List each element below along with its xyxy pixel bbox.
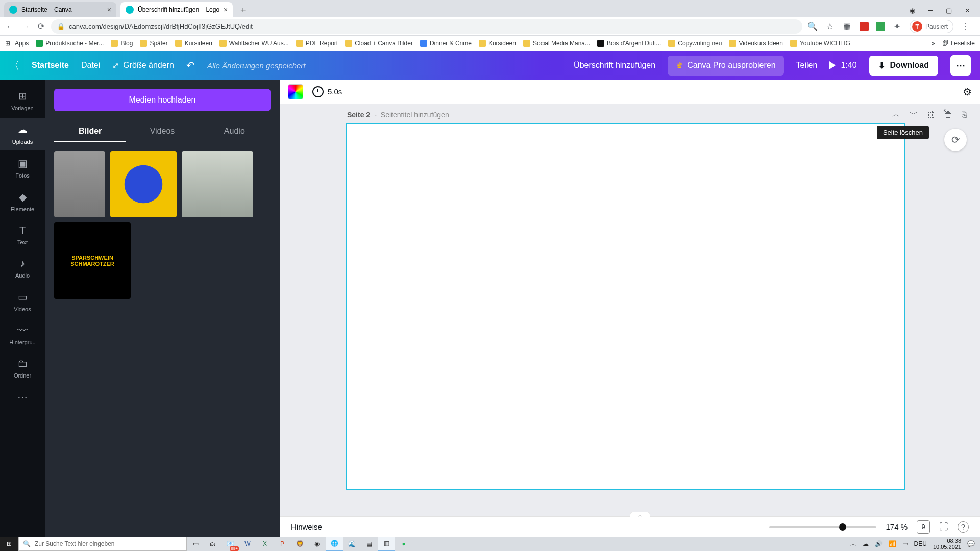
- rail-uploads[interactable]: ☁Uploads: [0, 118, 45, 150]
- browser-tab-2[interactable]: Überschrift hinzufügen – Logo ×: [120, 2, 233, 17]
- app-icon-2[interactable]: ▥: [378, 537, 395, 551]
- task-view-icon[interactable]: ▭: [187, 537, 204, 551]
- tray-clock[interactable]: 08:38 10.05.2021: [933, 538, 961, 550]
- powerpoint-icon[interactable]: P: [274, 537, 291, 551]
- delete-page-icon[interactable]: 🗑 ↖: [944, 110, 952, 119]
- bookmark-item[interactable]: Kursideen: [479, 40, 516, 47]
- tray-volume-icon[interactable]: 🔊: [875, 540, 883, 547]
- rail-text[interactable]: TText: [0, 219, 45, 251]
- tray-battery-icon[interactable]: ▭: [902, 540, 908, 547]
- play-button[interactable]: 1:40: [829, 61, 856, 70]
- reading-list-button[interactable]: 🗐 Leseliste: [942, 40, 975, 47]
- rail-photos[interactable]: ▣Fotos: [0, 152, 45, 184]
- rail-templates[interactable]: ⊞Vorlagen: [0, 85, 45, 116]
- page-title-input[interactable]: Seitentitel hinzufügen: [381, 111, 449, 119]
- forward-icon[interactable]: →: [20, 22, 31, 31]
- spotify-icon[interactable]: ●: [395, 537, 412, 551]
- page-down-icon[interactable]: ﹀: [910, 109, 918, 120]
- notes-button[interactable]: Hinweise: [291, 522, 322, 531]
- qr-icon[interactable]: ▦: [842, 21, 852, 31]
- page-count-button[interactable]: 9: [917, 520, 930, 534]
- account-switch-icon[interactable]: ◉: [909, 7, 916, 14]
- try-pro-button[interactable]: ♛Canva Pro ausprobieren: [668, 56, 783, 76]
- edge-icon[interactable]: 🌊: [343, 537, 360, 551]
- maximize-icon[interactable]: ▢: [945, 7, 952, 14]
- footer-collapse-handle[interactable]: ︿: [630, 512, 650, 518]
- bookmark-item[interactable]: Youtube WICHTIG: [790, 40, 850, 47]
- minimize-icon[interactable]: ━: [927, 7, 934, 14]
- share-button[interactable]: Teilen: [796, 61, 818, 70]
- design-canvas[interactable]: [346, 123, 905, 490]
- home-back-icon[interactable]: 〈: [9, 59, 19, 72]
- help-icon[interactable]: ?: [958, 521, 969, 533]
- page-up-icon[interactable]: ︿: [892, 109, 900, 120]
- bookmark-item[interactable]: Copywriting neu: [668, 40, 722, 47]
- tray-wifi-icon[interactable]: 📶: [889, 540, 896, 547]
- bookmark-item[interactable]: Social Media Mana...: [523, 40, 590, 47]
- panel-tab-videos[interactable]: Videos: [126, 121, 198, 142]
- bookmark-item[interactable]: Cload + Canva Bilder: [345, 40, 413, 47]
- zoom-icon[interactable]: 🔍: [807, 21, 818, 31]
- page-scroll[interactable]: Seite 2 - Seitentitel hinzufügen ︿ ﹀ ⿻ 🗑…: [280, 104, 980, 537]
- extension-icon[interactable]: [876, 22, 885, 31]
- brave-icon[interactable]: 🦁: [291, 537, 308, 551]
- download-button[interactable]: ⬇Download: [869, 56, 938, 76]
- upload-thumbnail[interactable]: SPARSCHWEINSCHMAROTZER: [54, 222, 131, 299]
- window-close-icon[interactable]: ✕: [964, 7, 971, 14]
- undo-icon[interactable]: ↶: [186, 59, 195, 71]
- zoom-value[interactable]: 174 %: [886, 522, 908, 531]
- color-swatch[interactable]: [288, 84, 303, 99]
- upload-thumbnail[interactable]: [54, 151, 105, 217]
- bookmark-item[interactable]: Wahlfächer WU Aus...: [219, 40, 289, 47]
- duration-control[interactable]: 5.0s: [312, 86, 342, 97]
- back-icon[interactable]: ←: [5, 22, 15, 31]
- resize-button[interactable]: ⤢Größe ändern: [112, 61, 174, 70]
- rail-folders[interactable]: 🗀Ordner: [0, 353, 45, 384]
- bookmark-item[interactable]: Später: [140, 40, 167, 47]
- extension-icon[interactable]: [860, 22, 869, 31]
- extensions-icon[interactable]: ✦: [892, 21, 902, 31]
- file-menu[interactable]: Datei: [81, 61, 100, 70]
- upload-thumbnail[interactable]: [110, 151, 177, 217]
- reload-icon[interactable]: ⟳: [36, 21, 46, 31]
- taskbar-search[interactable]: 🔍 Zur Suche Text hier eingeben: [18, 537, 187, 551]
- add-page-icon[interactable]: ⎘: [962, 110, 967, 119]
- explorer-icon[interactable]: 🗂: [204, 537, 222, 551]
- browser-tab-1[interactable]: Startseite – Canva ×: [4, 2, 116, 17]
- mail-icon[interactable]: 📧99+: [222, 537, 239, 551]
- word-icon[interactable]: W: [239, 537, 256, 551]
- fullscreen-icon[interactable]: ⛶: [939, 521, 948, 532]
- bookmark-item[interactable]: Blog: [111, 40, 133, 47]
- app-icon[interactable]: ▤: [360, 537, 378, 551]
- bookmark-item[interactable]: PDF Report: [296, 40, 338, 47]
- zoom-thumb[interactable]: [839, 523, 846, 531]
- design-title[interactable]: Überschrift hinzufügen: [574, 61, 655, 70]
- filter-icon[interactable]: ⚙: [963, 86, 972, 98]
- rail-videos[interactable]: ▭Videos: [0, 286, 45, 317]
- rail-elements[interactable]: ◆Elemente: [0, 186, 45, 217]
- more-menu-button[interactable]: ⋯: [950, 55, 971, 76]
- bookmark-item[interactable]: Dinner & Crime: [420, 40, 472, 47]
- home-link[interactable]: Startseite: [32, 61, 69, 70]
- chrome-icon[interactable]: 🌐: [326, 537, 343, 551]
- zoom-slider[interactable]: [769, 526, 876, 528]
- new-tab-button[interactable]: +: [236, 3, 250, 17]
- duplicate-page-icon[interactable]: ⿻: [927, 110, 935, 119]
- upload-media-button[interactable]: Medien hochladen: [54, 89, 271, 111]
- profile-button[interactable]: T Pausiert: [910, 20, 953, 33]
- tray-chevron-icon[interactable]: ︿: [850, 540, 856, 548]
- rail-audio[interactable]: ♪Audio: [0, 253, 45, 284]
- rail-background[interactable]: 〰Hintergru..: [0, 319, 45, 350]
- star-icon[interactable]: ☆: [825, 21, 835, 31]
- close-icon[interactable]: ×: [107, 6, 111, 14]
- panel-tab-images[interactable]: Bilder: [54, 121, 126, 142]
- tray-onedrive-icon[interactable]: ☁: [863, 540, 869, 547]
- apps-button[interactable]: ⊞Apps: [5, 40, 29, 47]
- excel-icon[interactable]: X: [256, 537, 274, 551]
- rail-more[interactable]: ⋯: [0, 386, 45, 408]
- bookmark-item[interactable]: Videokurs Ideen: [729, 40, 783, 47]
- tray-lang[interactable]: DEU: [914, 540, 927, 547]
- panel-tab-audio[interactable]: Audio: [199, 121, 271, 142]
- tray-notifications-icon[interactable]: 💬: [967, 540, 975, 547]
- url-input[interactable]: 🔒 canva.com/design/DAEdomzscjI/drBfjHdCo…: [51, 19, 802, 34]
